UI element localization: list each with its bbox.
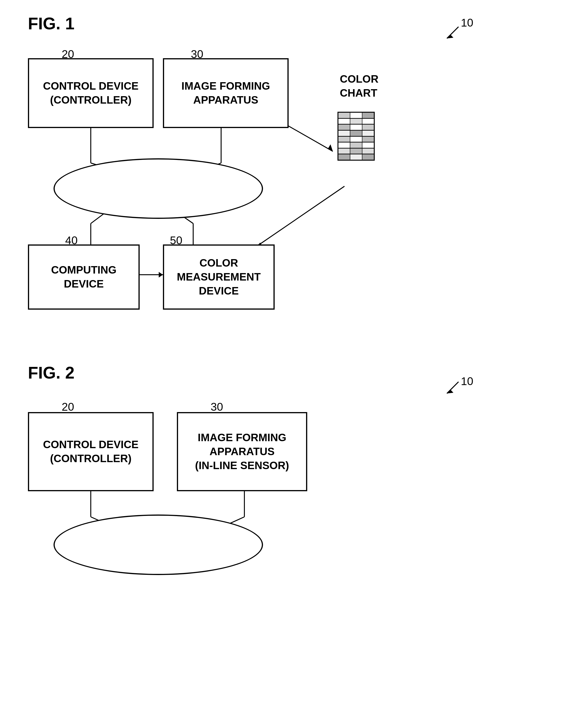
image-forming-inline-box: IMAGE FORMING APPARATUS (IN-LINE SENSOR)	[177, 412, 307, 491]
color-chart-label: COLORCHART	[340, 72, 378, 100]
control-device-box-2: CONTROL DEVICE (CONTROLLER)	[28, 412, 154, 491]
fig2-ref10: 10	[461, 375, 473, 388]
computing-device-box: COMPUTING DEVICE	[28, 244, 139, 310]
svg-marker-7	[328, 144, 333, 151]
svg-line-16	[447, 382, 459, 394]
control-device-box-1: CONTROL DEVICE (CONTROLLER)	[28, 58, 154, 128]
svg-line-0	[447, 27, 459, 38]
svg-marker-1	[447, 34, 454, 38]
svg-marker-17	[447, 390, 454, 394]
network-ellipse-2	[53, 514, 263, 575]
fig2-label: FIG. 2	[28, 363, 74, 382]
fig2-ref30: 30	[211, 401, 223, 413]
fig1-label: FIG. 1	[28, 14, 74, 33]
image-forming-box-1: IMAGE FORMING APPARATUS	[163, 58, 289, 128]
color-chart-graphic	[337, 112, 375, 161]
fig1-ref10: 10	[461, 16, 473, 29]
color-measurement-box: COLOR MEASUREMENT DEVICE	[163, 244, 275, 310]
fig2-ref20: 20	[62, 401, 74, 413]
svg-line-12	[256, 186, 344, 247]
svg-marker-15	[159, 272, 163, 277]
network-ellipse-1	[53, 158, 263, 219]
